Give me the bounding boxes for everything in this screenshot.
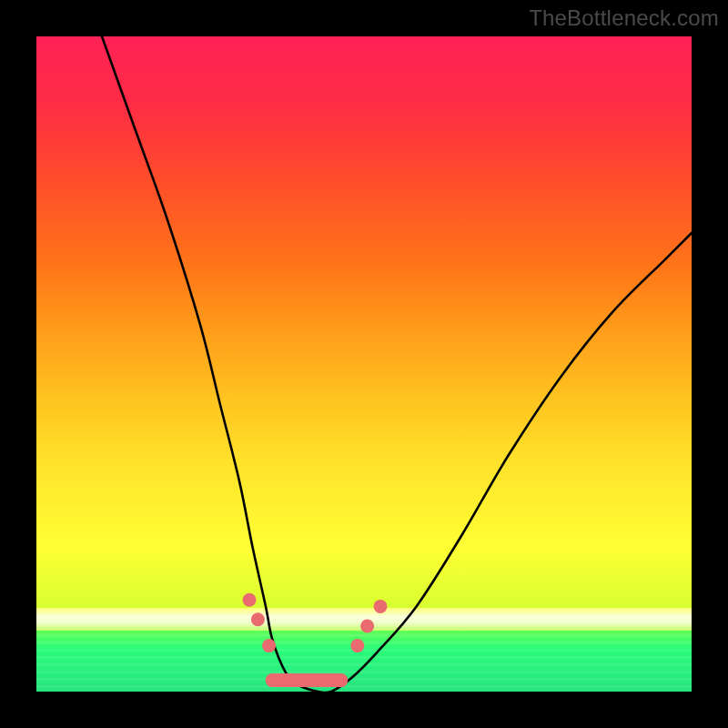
marker-dot — [243, 593, 257, 607]
watermark-text: TheBottleneck.com — [529, 5, 719, 31]
marker-dot — [350, 639, 364, 652]
plot-area — [36, 36, 692, 692]
marker-dot — [262, 639, 276, 652]
marker-dot — [360, 620, 374, 633]
curve-layer — [36, 36, 692, 692]
marker-dot — [374, 600, 388, 613]
chart-frame: TheBottleneck.com — [0, 0, 728, 728]
bottleneck-curve — [102, 36, 692, 693]
marker-dot — [251, 612, 265, 626]
